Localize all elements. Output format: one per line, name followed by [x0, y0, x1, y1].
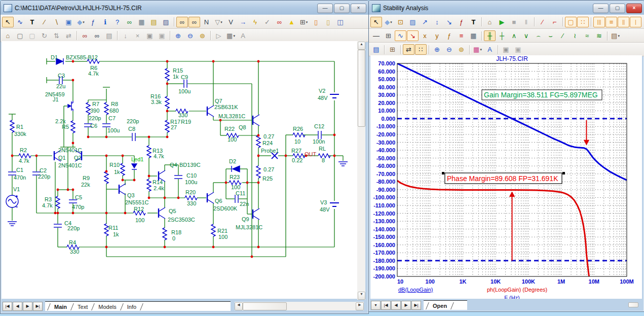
tab-open[interactable]: Open	[428, 302, 451, 310]
hscroll-thumb[interactable]	[243, 302, 287, 310]
grid-dd-icon[interactable]: ▦▾	[225, 30, 237, 41]
shape-menu-icon[interactable]: ◆▾	[383, 17, 394, 27]
title-block-icon[interactable]: ▯	[322, 17, 334, 27]
scroll-down-icon[interactable]: ▼	[358, 292, 365, 300]
properties-icon[interactable]: ⌂	[484, 17, 496, 27]
dropdown-arrow-icon[interactable]: ▾	[390, 17, 392, 27]
curve-dashed-icon[interactable]: ∿	[395, 30, 406, 41]
show-power-icon[interactable]: ϟ	[249, 17, 261, 27]
show-voltages-icon[interactable]: V	[225, 17, 237, 27]
scroll-up-icon[interactable]: ▲	[358, 42, 365, 50]
grid-menu-icon[interactable]: ⊞▾	[298, 17, 310, 27]
show-values-icon[interactable]: ∞	[188, 17, 200, 27]
tab-dropdown-button[interactable]: ▾	[371, 301, 381, 310]
close-button[interactable]: ×	[626, 4, 642, 13]
copy-page-icon[interactable]: ▣	[144, 30, 156, 41]
dropdown-arrow-icon[interactable]: ▾	[306, 17, 308, 27]
show-node-numbers-icon[interactable]: N	[201, 17, 212, 27]
legend-phase[interactable]: ph(LoopGain) (Degrees)	[487, 287, 547, 293]
horizontal-cursor-icon[interactable]: —	[370, 30, 382, 41]
find-icon[interactable]: ∞	[79, 30, 91, 41]
panes-vertical-icon[interactable]: |||	[593, 17, 605, 27]
paste-icon[interactable]: ▣	[512, 44, 524, 55]
tab-main[interactable]: Main	[50, 303, 71, 311]
tab-first-button[interactable]: |◀	[3, 302, 12, 311]
link-mode-icon[interactable]: ∞	[124, 17, 135, 27]
zoom-in-icon[interactable]: ⊕	[431, 44, 443, 55]
select-mode-icon[interactable]: ↖	[2, 17, 14, 27]
step-icon[interactable]: ↓	[120, 30, 131, 41]
scale-down-icon[interactable]: ↘	[443, 17, 455, 27]
tab-info[interactable]: Info	[123, 303, 141, 311]
tab-text[interactable]: Text	[73, 303, 92, 311]
shape-menu-icon[interactable]: ◆▾	[75, 17, 87, 27]
dropdown-arrow-icon[interactable]: ▾	[480, 45, 482, 54]
peak-icon[interactable]: ∧	[508, 30, 520, 41]
maximize-button[interactable]: ▢	[334, 4, 350, 13]
curve-arrow-icon[interactable]: ↘	[407, 30, 419, 41]
cursor-both-icon[interactable]: ╫	[484, 30, 496, 41]
zoom-x-icon[interactable]: x	[419, 30, 431, 41]
cursor-points-icon[interactable]: ∷	[415, 44, 427, 55]
zoom-y-icon[interactable]: y	[431, 30, 443, 41]
line-mode-icon[interactable]: ∕	[39, 17, 50, 27]
schematic-window[interactable]: C:\MC11\DATA\Petrov\JLH\JLH-75\JLH-75.CI…	[0, 0, 369, 314]
flip-vertical-icon[interactable]: ⇅	[51, 30, 62, 41]
clear-icon[interactable]: ×	[132, 30, 143, 41]
page-icon[interactable]: ▷	[213, 30, 224, 41]
vscroll-thumb[interactable]	[358, 50, 365, 127]
gain-margin-annotation[interactable]: Gain Margin=38.511 FG=5.897MEG	[482, 90, 602, 100]
text-mode-icon[interactable]: T	[26, 17, 38, 27]
find-again-icon[interactable]: ∞	[91, 30, 103, 41]
schematic-hscrollbar[interactable]: ◀ ▶	[235, 302, 364, 310]
stack-menu-icon[interactable]: ▽▾	[213, 17, 224, 27]
panes-horizontal-icon[interactable]: ≡	[605, 17, 617, 27]
pause-icon[interactable]: ‖	[520, 17, 532, 27]
maximize-button[interactable]: ▢	[610, 4, 625, 13]
plot-area[interactable]: JLH-75.CIR70.00060.00050.00040.00030.000…	[370, 55, 642, 299]
wire-mode-icon[interactable]: ∿	[14, 17, 26, 27]
legend-gain[interactable]: dB(LoopGain)	[398, 287, 433, 293]
attributes-icon[interactable]: ⌂	[2, 30, 14, 41]
repeat-icon[interactable]: ▤	[103, 30, 115, 41]
select-region-icon[interactable]: ▢	[14, 30, 26, 41]
select-mode-icon[interactable]: ↖	[370, 17, 382, 27]
zoom-fx-icon[interactable]: ƒ	[443, 30, 455, 41]
list-icon[interactable]: ▤	[148, 17, 160, 27]
dropdown-arrow-icon[interactable]: ▾	[233, 31, 235, 41]
find-part-icon[interactable]: ▣	[63, 17, 74, 27]
tab-next-button[interactable]: ▶	[23, 302, 32, 311]
scale-vertical-icon[interactable]: ↕	[431, 17, 443, 27]
minimize-button[interactable]: —	[317, 4, 333, 13]
font-icon[interactable]: A	[484, 44, 496, 55]
scroll-right-icon[interactable]: ▶	[356, 302, 364, 310]
analog-plot-icon[interactable]: ∕	[537, 17, 548, 27]
select-rect-icon[interactable]: ▢	[565, 17, 577, 27]
digital-plot-icon[interactable]: ⌐	[549, 17, 560, 27]
stop-icon[interactable]: ■	[508, 17, 520, 27]
info-mode-icon[interactable]: ℹ	[99, 17, 111, 27]
schematic-vscrollbar[interactable]: ▲ ▼	[357, 41, 365, 300]
tab-first-button[interactable]: |◀	[381, 301, 391, 310]
flip-horizontal-icon[interactable]: ⇄	[63, 30, 74, 41]
analysis-window[interactable]: Stability Analysis — ▢ × ↖◆▾⊡▨↗↕↘ƒT⌂▶■‖∕…	[368, 0, 644, 312]
global-high-icon[interactable]: ≈	[581, 30, 593, 41]
cursor-horizontal-icon[interactable]: ⇄	[403, 44, 414, 55]
doc-edit-icon[interactable]: ▨	[160, 17, 172, 27]
zoom-100-icon[interactable]: ⊚	[456, 44, 467, 55]
slope-icon[interactable]: ∕	[557, 30, 569, 41]
graph-image-icon[interactable]: ▨	[407, 17, 419, 27]
scroll-left-icon[interactable]: ◀	[235, 302, 243, 310]
zoom-out-icon[interactable]: ⊖	[184, 30, 196, 41]
paste-page-icon[interactable]: ▣	[156, 30, 168, 41]
pane-single-icon[interactable]: |	[630, 17, 641, 27]
help-mode-icon[interactable]: ?	[111, 17, 123, 27]
zoom-eq-icon[interactable]: ≡	[456, 30, 467, 41]
panes-split-icon[interactable]: ||	[618, 17, 629, 27]
low-icon[interactable]: ⌣	[545, 30, 556, 41]
zoom-window-icon[interactable]: ⊡	[395, 17, 406, 27]
copy-icon[interactable]: ▣	[500, 44, 512, 55]
cursor-one-icon[interactable]: ┼	[496, 30, 508, 41]
graphics-mode-icon[interactable]: ∖	[51, 17, 62, 27]
flag-mode-icon[interactable]: ƒ	[87, 17, 99, 27]
